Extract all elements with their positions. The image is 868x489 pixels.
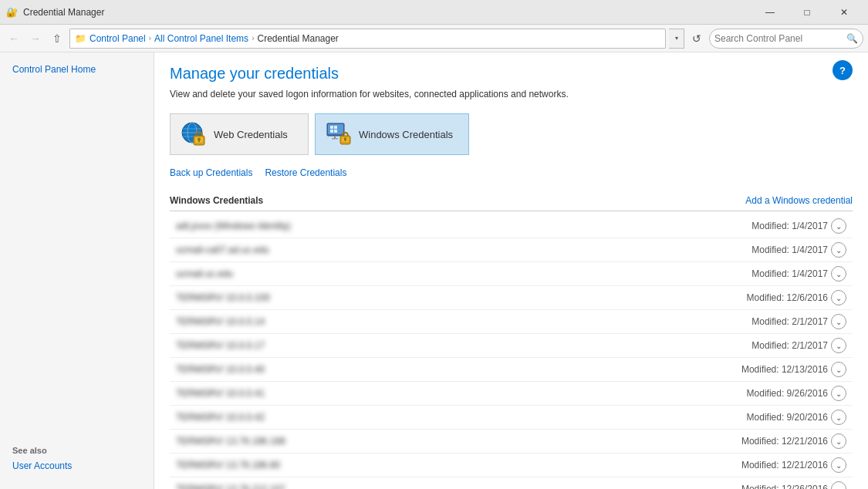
credential-date: Modified: 12/26/2016⌄ bbox=[741, 481, 846, 489]
table-row[interactable]: TERMSRV/ 10.0.0.41Modified: 9/26/2016⌄ bbox=[170, 382, 853, 406]
help-button[interactable]: ? bbox=[833, 60, 853, 80]
restore-credentials-link[interactable]: Restore Credentials bbox=[265, 167, 346, 178]
credentials-list: adt.jxxxx (Windows Identity)Modified: 1/… bbox=[170, 214, 853, 489]
address-bar-row: ← → ⇧ 📁 Control Panel › All Control Pane… bbox=[0, 25, 868, 52]
back-button[interactable]: ← bbox=[5, 29, 23, 48]
title-bar: 🔐 Credential Manager — □ ✕ bbox=[0, 0, 868, 25]
table-row[interactable]: TERMSRV/ 10.0.0.42Modified: 9/20/2016⌄ bbox=[170, 406, 853, 430]
credential-name: TERMSRV/ 13.76.186.188 bbox=[176, 436, 285, 447]
credential-expand-button[interactable]: ⌄ bbox=[831, 433, 846, 449]
credential-date: Modified: 1/4/2017⌄ bbox=[751, 242, 846, 258]
credential-expand-button[interactable]: ⌄ bbox=[831, 410, 846, 425]
table-row[interactable]: ucmail-ca07.ad.uc.eduModified: 1/4/2017⌄ bbox=[170, 238, 853, 262]
sidebar-control-panel-home[interactable]: Control Panel Home bbox=[0, 62, 154, 77]
see-also-label: See also bbox=[0, 435, 154, 458]
sidebar-user-accounts[interactable]: User Accounts bbox=[0, 458, 154, 474]
table-row[interactable]: TERMSRV/ 10.0.0.40Modified: 12/13/2016⌄ bbox=[170, 358, 853, 382]
credential-name: ucmail.uc.edu bbox=[176, 268, 233, 279]
search-box[interactable]: 🔍 bbox=[709, 29, 863, 49]
credential-name: TERMSRV/ 13.76.212.107 bbox=[176, 484, 285, 489]
credential-date: Modified: 12/21/2016⌄ bbox=[741, 457, 846, 473]
content-inner: ? Manage your credentials View and delet… bbox=[154, 52, 868, 489]
main-layout: Control Panel Home See also User Account… bbox=[0, 52, 868, 489]
credential-name: TERMSRV/ 10.0.0.41 bbox=[176, 388, 265, 399]
breadcrumb-all-items[interactable]: All Control Panel Items bbox=[154, 33, 248, 44]
svg-rect-14 bbox=[334, 130, 337, 133]
tab-windows-credentials[interactable]: Windows Credentials bbox=[315, 113, 469, 155]
table-row[interactable]: TERMSRV/ 10.0.0.14Modified: 2/1/2017⌄ bbox=[170, 310, 853, 334]
svg-rect-8 bbox=[198, 140, 200, 142]
credential-name: TERMSRV/ 13.76.186.80 bbox=[176, 460, 280, 470]
svg-rect-13 bbox=[330, 130, 333, 133]
sidebar-bottom: See also User Accounts bbox=[0, 429, 154, 480]
credential-expand-button[interactable]: ⌄ bbox=[831, 290, 846, 305]
credential-date: Modified: 1/4/2017⌄ bbox=[751, 218, 846, 234]
credential-date: Modified: 9/20/2016⌄ bbox=[747, 410, 846, 425]
table-row[interactable]: TERMSRV/ 10.0.0.100Modified: 12/6/2016⌄ bbox=[170, 286, 853, 310]
content-area: ? Manage your credentials View and delet… bbox=[154, 52, 868, 489]
forward-button[interactable]: → bbox=[26, 29, 45, 48]
credentials-list-header: Windows Credentials Add a Windows creden… bbox=[170, 191, 853, 211]
page-title: Manage your credentials bbox=[170, 65, 853, 83]
table-row[interactable]: TERMSRV/ 13.76.186.80Modified: 12/21/201… bbox=[170, 454, 853, 477]
minimize-button[interactable]: — bbox=[752, 1, 788, 24]
credential-date: Modified: 2/1/2017⌄ bbox=[751, 338, 846, 353]
credential-date: Modified: 9/26/2016⌄ bbox=[747, 386, 846, 401]
credential-expand-button[interactable]: ⌄ bbox=[831, 481, 846, 489]
credential-name: TERMSRV/ 10.0.0.100 bbox=[176, 292, 270, 303]
app-icon: 🔐 bbox=[6, 6, 19, 19]
windows-credentials-icon bbox=[325, 120, 353, 148]
credential-expand-button[interactable]: ⌄ bbox=[831, 314, 846, 329]
credential-expand-button[interactable]: ⌄ bbox=[831, 218, 846, 234]
backup-credentials-link[interactable]: Back up Credentials bbox=[170, 167, 252, 178]
table-row[interactable]: TERMSRV/ 10.0.0.17Modified: 2/1/2017⌄ bbox=[170, 334, 853, 358]
credential-name: TERMSRV/ 10.0.0.17 bbox=[176, 340, 265, 351]
svg-rect-12 bbox=[334, 126, 337, 129]
credential-name: adt.jxxxx (Windows Identity) bbox=[176, 221, 291, 231]
svg-rect-15 bbox=[334, 136, 336, 138]
add-windows-credential-link[interactable]: Add a Windows credential bbox=[745, 195, 853, 206]
credential-expand-button[interactable]: ⌄ bbox=[831, 242, 846, 258]
window-title: Credential Manager bbox=[23, 7, 752, 18]
breadcrumb-current: Credential Manager bbox=[257, 33, 338, 44]
credential-name: TERMSRV/ 10.0.0.42 bbox=[176, 412, 265, 423]
credential-expand-button[interactable]: ⌄ bbox=[831, 362, 846, 377]
credential-expand-button[interactable]: ⌄ bbox=[831, 457, 846, 473]
credential-date: Modified: 1/4/2017⌄ bbox=[751, 266, 846, 282]
search-icon[interactable]: 🔍 bbox=[846, 33, 858, 44]
credential-date: Modified: 2/1/2017⌄ bbox=[751, 314, 846, 329]
close-button[interactable]: ✕ bbox=[826, 1, 862, 24]
credentials-section-title: Windows Credentials bbox=[170, 195, 263, 206]
web-credentials-icon bbox=[180, 120, 208, 148]
action-links: Back up Credentials Restore Credentials bbox=[170, 167, 853, 178]
address-bar[interactable]: 📁 Control Panel › All Control Panel Item… bbox=[69, 29, 666, 49]
tab-web-credentials[interactable]: Web Credentials bbox=[170, 113, 309, 155]
credential-date: Modified: 12/13/2016⌄ bbox=[741, 362, 846, 377]
maximize-button[interactable]: □ bbox=[789, 1, 825, 24]
svg-rect-16 bbox=[332, 138, 338, 140]
credential-expand-button[interactable]: ⌄ bbox=[831, 266, 846, 282]
credential-name: TERMSRV/ 10.0.0.40 bbox=[176, 364, 265, 375]
sidebar: Control Panel Home See also User Account… bbox=[0, 52, 154, 489]
address-icon: 📁 bbox=[75, 33, 86, 44]
svg-rect-10 bbox=[328, 124, 343, 134]
credential-name: ucmail-ca07.ad.uc.edu bbox=[176, 244, 269, 255]
table-row[interactable]: adt.jxxxx (Windows Identity)Modified: 1/… bbox=[170, 214, 853, 238]
tab-windows-credentials-label: Windows Credentials bbox=[359, 129, 453, 140]
credential-expand-button[interactable]: ⌄ bbox=[831, 338, 846, 353]
refresh-button[interactable]: ↺ bbox=[687, 29, 706, 48]
table-row[interactable]: TERMSRV/ 13.76.186.188Modified: 12/21/20… bbox=[170, 430, 853, 454]
page-subtitle: View and delete your saved logon informa… bbox=[170, 89, 853, 99]
table-row[interactable]: ucmail.uc.eduModified: 1/4/2017⌄ bbox=[170, 262, 853, 286]
breadcrumb-control-panel[interactable]: Control Panel bbox=[90, 33, 146, 44]
search-input[interactable] bbox=[714, 33, 846, 44]
address-dropdown-button[interactable]: ▾ bbox=[669, 29, 684, 49]
tab-web-credentials-label: Web Credentials bbox=[214, 129, 288, 140]
svg-rect-11 bbox=[330, 126, 333, 129]
credential-name: TERMSRV/ 10.0.0.14 bbox=[176, 316, 265, 327]
credential-expand-button[interactable]: ⌄ bbox=[831, 386, 846, 401]
credential-tabs: Web Credentials bbox=[170, 113, 853, 155]
up-button[interactable]: ⇧ bbox=[48, 29, 66, 48]
svg-rect-20 bbox=[345, 140, 346, 142]
table-row[interactable]: TERMSRV/ 13.76.212.107Modified: 12/26/20… bbox=[170, 477, 853, 489]
